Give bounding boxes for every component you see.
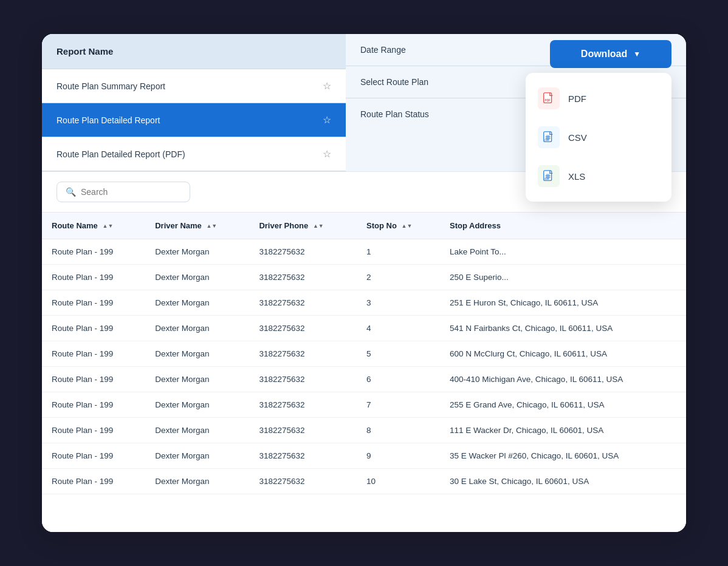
cell-driver-name: Dexter Morgan [145,367,249,392]
cell-driver-phone: 3182275632 [249,392,357,418]
cell-route-name: Route Plan - 199 [42,443,145,469]
table-row[interactable]: Route Plan - 199 Dexter Morgan 318227563… [42,265,686,290]
cell-stop-address: 541 N Fairbanks Ct, Chicago, IL 60611, U… [440,316,686,341]
table-row[interactable]: Route Plan - 199 Dexter Morgan 318227563… [42,443,686,469]
table-row[interactable]: Route Plan - 199 Dexter Morgan 318227563… [42,418,686,443]
xls-icon: XLS [538,165,560,187]
cell-route-name: Route Plan - 199 [42,392,145,418]
cell-stop-address: 255 E Grand Ave, Chicago, IL 60611, USA [440,392,686,418]
main-card: Report Name Route Plan Summary Report ☆ … [42,34,686,532]
cell-driver-name: Dexter Morgan [145,316,249,341]
table-row[interactable]: Route Plan - 199 Dexter Morgan 318227563… [42,239,686,265]
table-row[interactable]: Route Plan - 199 Dexter Morgan 318227563… [42,290,686,316]
sort-arrows-driver: ▲▼ [206,223,217,229]
table-row[interactable]: Route Plan - 199 Dexter Morgan 318227563… [42,392,686,418]
report-item-detailed-pdf[interactable]: Route Plan Detailed Report (PDF) ☆ [42,137,346,171]
cell-driver-phone: 3182275632 [249,367,357,392]
report-name-header: Report Name [42,34,346,69]
cell-driver-phone: 3182275632 [249,316,357,341]
report-item-summary[interactable]: Route Plan Summary Report ☆ [42,69,346,103]
search-input[interactable] [81,187,181,197]
cell-stop-address: 250 E Superio... [440,265,686,290]
select-route-plan-label: Select Route Plan [360,77,428,87]
download-dropdown: Download ▼ PDF PDF [550,40,671,68]
sort-arrows-stop: ▲▼ [401,223,412,229]
cell-route-name: Route Plan - 199 [42,316,145,341]
col-route-name[interactable]: Route Name ▲▼ [42,213,145,239]
table-row[interactable]: Route Plan - 199 Dexter Morgan 318227563… [42,316,686,341]
cell-stop-address: 251 E Huron St, Chicago, IL 60611, USA [440,290,686,316]
svg-text:CSV: CSV [544,139,549,142]
cell-stop-no: 10 [357,469,440,494]
download-button[interactable]: Download ▼ [550,40,671,68]
col-stop-address: Stop Address [440,213,686,239]
download-pdf-item[interactable]: PDF PDF [526,79,671,118]
cell-driver-name: Dexter Morgan [145,418,249,443]
sort-arrows-route: ▲▼ [102,223,113,229]
star-icon-detailed[interactable]: ☆ [323,114,331,126]
top-area: Report Name Route Plan Summary Report ☆ … [42,34,686,172]
svg-text:XLS: XLS [544,178,549,180]
cell-driver-phone: 3182275632 [249,469,357,494]
table-row[interactable]: Route Plan - 199 Dexter Morgan 318227563… [42,341,686,367]
table-row[interactable]: Route Plan - 199 Dexter Morgan 318227563… [42,469,686,494]
col-driver-name[interactable]: Driver Name ▲▼ [145,213,249,239]
cell-stop-no: 7 [357,392,440,418]
col-stop-no[interactable]: Stop No ▲▼ [357,213,440,239]
cell-driver-phone: 3182275632 [249,265,357,290]
cell-stop-address: Lake Point To... [440,239,686,265]
cell-stop-no: 8 [357,418,440,443]
data-table: Route Name ▲▼ Driver Name ▲▼ Driver Phon… [42,212,686,494]
cell-stop-address: 600 N McClurg Ct, Chicago, IL 60611, USA [440,341,686,367]
cell-driver-name: Dexter Morgan [145,341,249,367]
cell-stop-no: 1 [357,239,440,265]
cell-driver-name: Dexter Morgan [145,239,249,265]
download-csv-item[interactable]: CSV CSV [526,118,671,157]
cell-driver-phone: 3182275632 [249,341,357,367]
cell-route-name: Route Plan - 199 [42,290,145,316]
cell-stop-address: 111 E Wacker Dr, Chicago, IL 60601, USA [440,418,686,443]
download-chevron-icon: ▼ [633,50,640,58]
col-driver-phone[interactable]: Driver Phone ▲▼ [249,213,357,239]
star-icon-summary[interactable]: ☆ [323,80,331,92]
cell-driver-name: Dexter Morgan [145,290,249,316]
cell-stop-no: 2 [357,265,440,290]
cell-driver-phone: 3182275632 [249,290,357,316]
cell-route-name: Route Plan - 199 [42,265,145,290]
svg-text:PDF: PDF [545,99,551,102]
report-item-detailed[interactable]: Route Plan Detailed Report ☆ [42,103,346,137]
cell-stop-no: 4 [357,316,440,341]
cell-stop-address: 400-410 Michigan Ave, Chicago, IL 60611,… [440,367,686,392]
cell-driver-name: Dexter Morgan [145,392,249,418]
cell-stop-address: 35 E Wacker Pl #260, Chicago, IL 60601, … [440,443,686,469]
cell-driver-phone: 3182275632 [249,418,357,443]
csv-icon: CSV [538,126,560,148]
cell-driver-phone: 3182275632 [249,443,357,469]
cell-stop-no: 3 [357,290,440,316]
sort-arrows-phone: ▲▼ [313,223,324,229]
right-panel-top: Download ▼ PDF PDF [346,34,686,171]
cell-stop-address: 30 E Lake St, Chicago, IL 60601, USA [440,469,686,494]
cell-route-name: Route Plan - 199 [42,418,145,443]
cell-stop-no: 5 [357,341,440,367]
date-range-label: Date Range [360,45,406,55]
download-xls-item[interactable]: XLS XLS [526,157,671,196]
cell-route-name: Route Plan - 199 [42,469,145,494]
left-panel: Report Name Route Plan Summary Report ☆ … [42,34,346,171]
cell-stop-no: 6 [357,367,440,392]
content-area: 🔍 Route Name ▲▼ Driver Name ▲▼ Driver Ph… [42,172,686,532]
table-header: Route Name ▲▼ Driver Name ▲▼ Driver Phon… [42,213,686,239]
cell-route-name: Route Plan - 199 [42,341,145,367]
star-icon-pdf[interactable]: ☆ [323,148,331,160]
cell-route-name: Route Plan - 199 [42,239,145,265]
cell-driver-name: Dexter Morgan [145,443,249,469]
cell-driver-name: Dexter Morgan [145,265,249,290]
cell-driver-phone: 3182275632 [249,239,357,265]
table-body: Route Plan - 199 Dexter Morgan 318227563… [42,239,686,494]
table-row[interactable]: Route Plan - 199 Dexter Morgan 318227563… [42,367,686,392]
cell-driver-name: Dexter Morgan [145,469,249,494]
cell-stop-no: 9 [357,443,440,469]
search-input-wrapper[interactable]: 🔍 [57,182,190,202]
cell-route-name: Route Plan - 199 [42,367,145,392]
search-icon: 🔍 [66,187,76,197]
